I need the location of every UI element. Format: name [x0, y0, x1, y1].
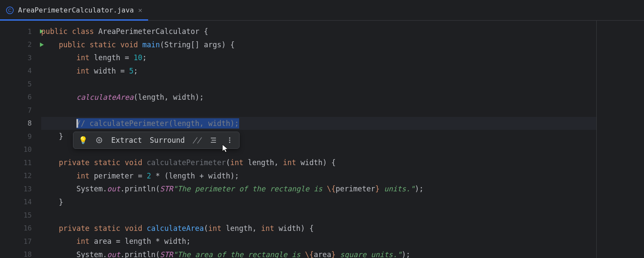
surround-button[interactable]: Surround — [146, 133, 188, 147]
floating-toolbar: 💡 Extract Surround // — [73, 132, 240, 149]
code-line[interactable]: private static void calculateArea(int le… — [41, 222, 596, 235]
tab-title: AreaPerimeterCalculator.java — [18, 6, 134, 14]
code-line[interactable] — [41, 77, 596, 91]
svg-point-3 — [98, 139, 100, 141]
svg-point-7 — [229, 138, 230, 139]
code-line[interactable]: int perimeter = 2 * (length + width); — [41, 169, 596, 183]
code-line[interactable]: private static void calculatePerimeter(i… — [41, 156, 596, 169]
code-line[interactable] — [41, 104, 596, 117]
code-line[interactable] — [41, 209, 596, 222]
close-icon[interactable]: ✕ — [138, 6, 143, 14]
svg-point-2 — [97, 138, 102, 143]
code-line[interactable]: } — [41, 196, 596, 209]
code-area[interactable]: public class AreaPerimeterCalculator { p… — [36, 21, 597, 258]
reformat-icon[interactable] — [206, 133, 221, 147]
code-line[interactable]: int length = 10; — [41, 51, 596, 64]
code-line[interactable]: public class AreaPerimeterCalculator { — [41, 25, 596, 38]
mouse-cursor-icon — [222, 144, 230, 156]
java-class-icon: C — [6, 6, 14, 14]
code-line[interactable]: public static void main(String[] args) { — [41, 38, 596, 52]
code-line[interactable]: int area = length * width; — [41, 235, 596, 248]
svg-point-8 — [229, 140, 230, 141]
svg-point-9 — [229, 142, 230, 143]
code-line[interactable]: int width = 5; — [41, 64, 596, 78]
file-tab[interactable]: C AreaPerimeterCalculator.java ✕ — [0, 0, 148, 20]
code-line[interactable]: System.out.println(STR"The area of the r… — [41, 248, 596, 258]
code-line[interactable]: System.out.println(STR"The perimeter of … — [41, 182, 596, 196]
code-line-selected[interactable]: // calculatePerimeter(length, width); — [41, 117, 596, 130]
gutter: 1 2 3 4 5 6 7 8 9 10 11 12 13 14 15 16 1… — [0, 21, 36, 258]
extract-button[interactable]: Extract — [108, 133, 146, 147]
intention-bulb-icon[interactable]: 💡 — [75, 133, 91, 147]
svg-text:C: C — [8, 8, 12, 13]
tab-bar: C AreaPerimeterCalculator.java ✕ — [0, 0, 644, 21]
comment-icon[interactable]: // — [189, 133, 205, 147]
code-line[interactable]: calculateArea(length, width); — [41, 91, 596, 104]
ai-assist-icon[interactable] — [91, 133, 107, 147]
editor: 1 2 3 4 5 6 7 8 9 10 11 12 13 14 15 16 1… — [0, 21, 644, 258]
